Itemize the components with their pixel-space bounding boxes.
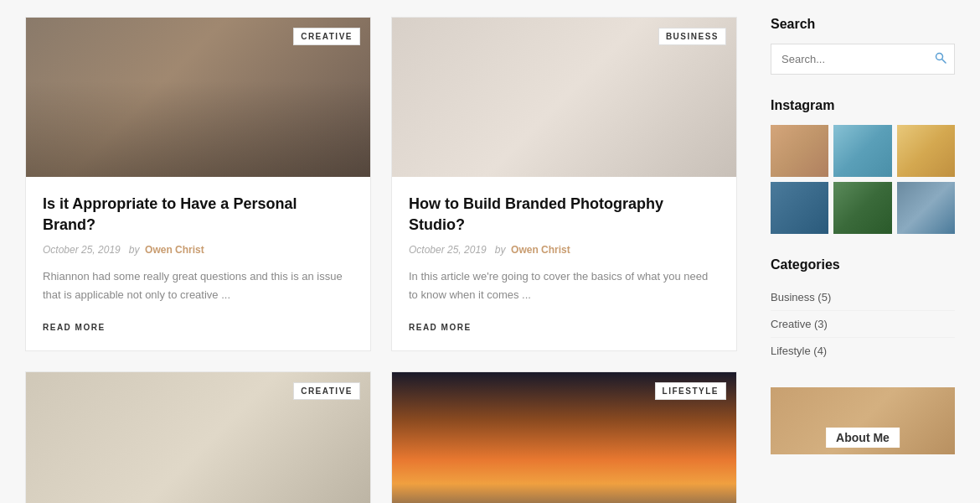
- about-me-label: About Me: [826, 428, 900, 448]
- card-1-author: Owen Christ: [145, 244, 204, 256]
- category-creative-label: Creative (3): [771, 318, 828, 330]
- search-wrapper: [771, 44, 955, 75]
- instagram-image-1[interactable]: [771, 125, 828, 177]
- instagram-image-6[interactable]: [897, 182, 955, 234]
- instagram-section: Instagram: [771, 98, 955, 234]
- card-3: CREATIVE: [25, 371, 371, 503]
- card-2-title: How to Build Branded Photography Studio?: [409, 194, 720, 236]
- main-content: CREATIVE Is it Appropriate to Have a Per…: [25, 17, 737, 503]
- card-1-excerpt: Rhiannon had some really great questions…: [43, 267, 353, 304]
- search-title: Search: [771, 17, 955, 32]
- card-2-read-more[interactable]: READ MORE: [409, 323, 472, 333]
- card-4-image-wrapper: LIFESTYLE: [392, 372, 736, 503]
- card-1-image-wrapper: CREATIVE: [26, 18, 370, 177]
- card-2-excerpt: In this article we're going to cover the…: [409, 267, 720, 304]
- instagram-image-3[interactable]: [897, 125, 955, 177]
- card-4-badge: LIFESTYLE: [655, 382, 726, 400]
- card-2-author: Owen Christ: [511, 244, 570, 256]
- categories-section: Categories Business (5) Creative (3) Lif…: [771, 257, 955, 364]
- instagram-image-5[interactable]: [833, 182, 891, 234]
- page-wrapper: CREATIVE Is it Appropriate to Have a Per…: [0, 0, 980, 503]
- card-1-read-more[interactable]: READ MORE: [43, 323, 106, 333]
- card-3-image-wrapper: CREATIVE: [26, 372, 370, 503]
- about-me-section: About Me: [771, 387, 955, 454]
- svg-line-1: [942, 59, 946, 63]
- instagram-title: Instagram: [771, 98, 955, 113]
- search-section: Search: [771, 17, 955, 75]
- card-2-image-wrapper: BUSINESS: [392, 18, 736, 177]
- card-2-date: October 25, 2019: [409, 244, 487, 256]
- card-1-title: Is it Appropriate to Have a Personal Bra…: [43, 194, 353, 236]
- card-3-badge: CREATIVE: [293, 382, 360, 400]
- card-2-badge: BUSINESS: [658, 28, 726, 45]
- card-2-body: How to Build Branded Photography Studio?…: [392, 177, 736, 350]
- card-2-meta: October 25, 2019 by Owen Christ: [409, 244, 720, 256]
- category-lifestyle-label: Lifestyle (4): [771, 345, 827, 357]
- card-1-badge: CREATIVE: [293, 28, 360, 45]
- card-1: CREATIVE Is it Appropriate to Have a Per…: [25, 17, 371, 351]
- category-business[interactable]: Business (5): [771, 284, 955, 311]
- card-1-body: Is it Appropriate to Have a Personal Bra…: [26, 177, 370, 350]
- search-input[interactable]: [771, 44, 955, 75]
- category-lifestyle[interactable]: Lifestyle (4): [771, 338, 955, 364]
- instagram-grid: [771, 125, 955, 234]
- search-icon: [935, 52, 946, 67]
- about-me-image: About Me: [771, 387, 955, 454]
- card-2: BUSINESS How to Build Branded Photograph…: [391, 17, 737, 351]
- category-creative[interactable]: Creative (3): [771, 311, 955, 338]
- card-1-meta: October 25, 2019 by Owen Christ: [43, 244, 353, 256]
- instagram-image-4[interactable]: [771, 182, 828, 234]
- categories-list: Business (5) Creative (3) Lifestyle (4): [771, 284, 955, 364]
- category-business-label: Business (5): [771, 291, 831, 303]
- card-1-date: October 25, 2019: [43, 244, 121, 256]
- instagram-image-2[interactable]: [833, 125, 891, 177]
- sidebar: Search Instagram: [771, 17, 955, 503]
- categories-title: Categories: [771, 257, 955, 272]
- card-4: LIFESTYLE: [391, 371, 737, 503]
